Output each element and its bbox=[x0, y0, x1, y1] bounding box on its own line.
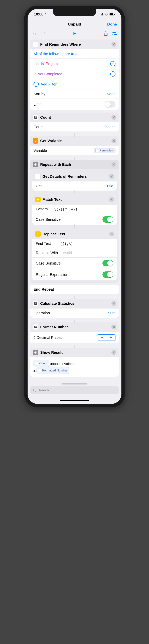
find-value[interactable]: [(),$] bbox=[60, 242, 73, 246]
replace-placeholder[interactable]: world bbox=[63, 251, 72, 255]
svg-rect-30 bbox=[35, 302, 36, 303]
drawer-handle[interactable] bbox=[62, 384, 88, 384]
run-button[interactable] bbox=[71, 30, 78, 37]
svg-rect-27 bbox=[37, 234, 39, 234]
action-match-text: Match Text ✕ Pattern \(\$[^)]+\) Case Se… bbox=[32, 195, 116, 225]
action-get-variable: 𝑥 Get Variable ✕ Variable Reminders bbox=[30, 136, 119, 155]
sort-by-label: Sort by bbox=[34, 92, 45, 96]
filter-value[interactable]: Projects bbox=[46, 62, 59, 66]
decimal-stepper[interactable]: −+ bbox=[97, 334, 116, 341]
reminders-app-icon bbox=[33, 42, 38, 47]
count-value[interactable]: Choose bbox=[102, 125, 116, 129]
signal-icon bbox=[100, 13, 104, 16]
share-button[interactable] bbox=[102, 30, 109, 37]
limit-toggle[interactable] bbox=[105, 101, 116, 108]
svg-point-37 bbox=[35, 352, 36, 353]
case-sensitive-label: Case Sensitive bbox=[36, 261, 60, 266]
delete-action-button[interactable]: ✕ bbox=[112, 324, 116, 329]
delete-action-button[interactable]: ✕ bbox=[112, 115, 116, 120]
svg-point-12 bbox=[113, 34, 114, 35]
variable-token[interactable]: Formatted Number bbox=[36, 367, 69, 374]
svg-point-4 bbox=[106, 15, 107, 16]
text-icon bbox=[35, 197, 40, 202]
settings-toggle-button[interactable] bbox=[112, 30, 118, 37]
redo-button[interactable] bbox=[40, 30, 46, 37]
delete-action-button[interactable]: ✕ bbox=[112, 350, 116, 355]
search-icon bbox=[33, 388, 36, 392]
action-title: Count bbox=[40, 115, 51, 120]
action-title: Match Text bbox=[42, 198, 62, 202]
variable-icon: 𝑥 bbox=[33, 138, 38, 144]
svg-rect-26 bbox=[37, 233, 39, 234]
sort-by-value[interactable]: None bbox=[106, 92, 116, 96]
svg-rect-35 bbox=[35, 326, 36, 326]
get-value[interactable]: Title bbox=[106, 184, 113, 188]
svg-point-19 bbox=[36, 118, 36, 118]
filter-not-completed[interactable]: Is Not Completed bbox=[34, 72, 62, 76]
undo-button[interactable] bbox=[31, 30, 38, 37]
variable-token[interactable]: Reminders bbox=[94, 148, 116, 153]
action-title: Find Reminders Where bbox=[40, 42, 81, 46]
add-filter-icon[interactable]: + bbox=[34, 82, 39, 87]
svg-point-1 bbox=[100, 15, 101, 16]
svg-point-0 bbox=[100, 15, 100, 16]
page-title: Unpaid bbox=[68, 22, 81, 26]
regex-toggle[interactable] bbox=[102, 272, 113, 278]
remove-filter-button[interactable]: − bbox=[110, 71, 116, 76]
text-icon bbox=[35, 231, 40, 237]
action-replace-text: Replace Text ✕ Find Text [(),$] Replace … bbox=[32, 229, 116, 280]
svg-point-32 bbox=[36, 304, 36, 304]
svg-rect-3 bbox=[102, 13, 103, 16]
home-indicator[interactable] bbox=[60, 400, 90, 401]
filter-all-true[interactable]: All of the following are true bbox=[34, 52, 78, 56]
result-text-field[interactable]: Count unpaid invoices $ Formatted Number bbox=[30, 357, 119, 377]
delete-action-button[interactable]: ✕ bbox=[109, 232, 114, 236]
action-count: Count ✕ Count Choose bbox=[30, 112, 119, 132]
filter-op[interactable]: is bbox=[41, 62, 44, 66]
filter-field[interactable]: List bbox=[34, 62, 39, 66]
pattern-value[interactable]: \(\$[^)]+\) bbox=[54, 207, 78, 211]
stepper-minus[interactable]: − bbox=[98, 334, 106, 340]
svg-point-17 bbox=[36, 117, 36, 118]
decimal-places-label: 2 Decimal Places bbox=[34, 336, 62, 340]
svg-point-33 bbox=[36, 304, 36, 304]
add-filter-button[interactable]: Add Filter bbox=[40, 82, 56, 86]
svg-point-15 bbox=[35, 117, 35, 118]
battery-icon bbox=[110, 13, 115, 16]
stepper-plus[interactable]: + bbox=[106, 334, 115, 340]
action-calc-stats: Calculate Statistics ✕ Operation Sum bbox=[30, 298, 119, 318]
nav-bar: Unpaid Done bbox=[28, 19, 122, 29]
delete-action-button[interactable]: ✕ bbox=[109, 197, 114, 202]
case-sensitive-toggle[interactable] bbox=[102, 216, 113, 222]
variable-label: Variable bbox=[34, 148, 47, 153]
action-title: Replace Text bbox=[42, 232, 65, 236]
action-title: Get Variable bbox=[40, 139, 62, 143]
svg-rect-7 bbox=[114, 14, 115, 15]
end-repeat: End Repeat bbox=[30, 285, 119, 294]
delete-action-button[interactable]: ✕ bbox=[112, 301, 116, 306]
svg-rect-25 bbox=[37, 200, 38, 200]
delete-action-button[interactable]: ✕ bbox=[112, 138, 116, 143]
done-button[interactable]: Done bbox=[107, 22, 117, 26]
svg-line-39 bbox=[35, 391, 36, 392]
action-repeat-each: Repeat with Each ✕ Get Details of Remind… bbox=[30, 160, 119, 282]
limit-label: Limit bbox=[34, 102, 41, 106]
pattern-label: Pattern bbox=[36, 207, 48, 211]
search-input[interactable]: Search bbox=[30, 386, 119, 394]
operation-label: Operation bbox=[34, 311, 50, 315]
delete-action-button[interactable]: ✕ bbox=[112, 42, 116, 47]
delete-action-button[interactable]: ✕ bbox=[109, 174, 114, 179]
action-show-result: Show Result ✕ Count unpaid invoices $ Fo… bbox=[30, 348, 119, 377]
operation-value[interactable]: Sum bbox=[108, 311, 116, 315]
remove-filter-button[interactable]: − bbox=[110, 61, 116, 66]
count-label: Count bbox=[34, 125, 44, 129]
svg-rect-24 bbox=[37, 199, 39, 200]
gear-icon bbox=[33, 162, 38, 167]
case-sensitive-label: Case Sensitive bbox=[36, 218, 60, 222]
case-sensitive-toggle[interactable] bbox=[102, 260, 113, 266]
action-format-number: Format Number ✕ 2 Decimal Places −+ bbox=[30, 322, 119, 343]
variable-token[interactable]: Count bbox=[34, 360, 49, 367]
gear-icon bbox=[33, 350, 38, 355]
status-time: 10:00 bbox=[34, 12, 47, 16]
delete-action-button[interactable]: ✕ bbox=[112, 162, 116, 167]
